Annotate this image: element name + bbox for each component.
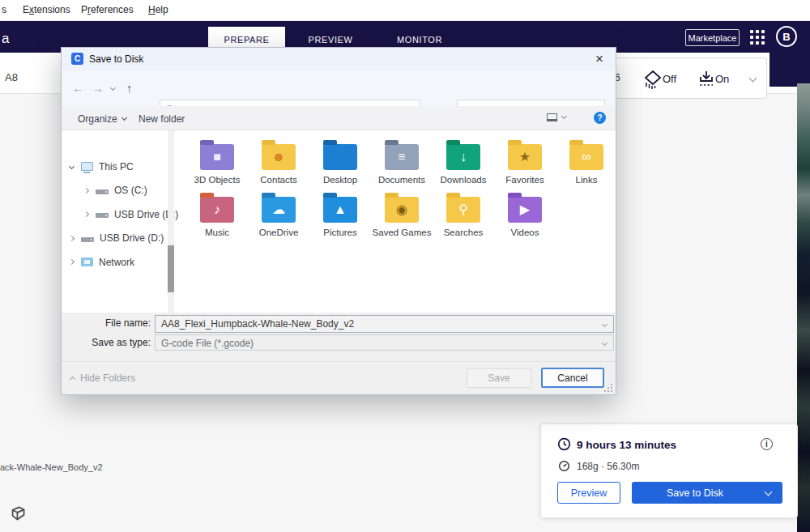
hide-folders-button[interactable]: Hide Folders xyxy=(70,372,135,384)
new-folder-button[interactable]: New folder xyxy=(139,113,185,125)
menu-item-partial[interactable]: s xyxy=(2,4,6,15)
dialog-titlebar[interactable]: C Save to Disk × xyxy=(62,48,616,70)
expander-chevron-icon[interactable] xyxy=(69,164,75,169)
folder-label: 3D Objects xyxy=(194,174,241,185)
tree-item-label: OS (C:) xyxy=(114,185,147,196)
desktop-folder-icon xyxy=(323,144,357,170)
folder-grid-row1: ■3D Objects☻ContactsDesktop≡Documents↓Do… xyxy=(186,140,617,185)
close-icon[interactable]: × xyxy=(590,49,609,69)
tree-item-usb-drive-d[interactable]: USB Drive (D:) xyxy=(62,202,175,227)
tree-item-this-pc[interactable]: This PC xyxy=(62,155,175,179)
support-state-label: Off xyxy=(663,73,676,85)
folder-grid-row2: ♪Music☁OneDrive▲Pictures◉Saved Games⚲Sea… xyxy=(186,193,617,238)
info-icon[interactable]: i xyxy=(761,438,773,450)
adhesion-state-label: On xyxy=(715,73,729,85)
material-usage-label: 168g · 56.30m xyxy=(577,461,639,472)
resize-grip[interactable] xyxy=(611,384,612,385)
folder-searches[interactable]: ⚲Searches xyxy=(433,193,494,238)
view-mode-button[interactable] xyxy=(547,113,566,121)
music-folder-icon: ♪ xyxy=(200,197,234,223)
expander-chevron-icon[interactable] xyxy=(83,211,89,217)
save-button[interactable]: Save xyxy=(467,368,531,388)
object-list-cube-icon[interactable] xyxy=(6,502,29,525)
folder-glyph-icon xyxy=(323,144,357,170)
account-avatar[interactable]: B xyxy=(776,26,797,47)
drive-icon xyxy=(96,189,109,194)
folder-glyph-icon: ◉ xyxy=(385,197,419,223)
folder-desktop[interactable]: Desktop xyxy=(309,140,371,185)
folder-saved-games[interactable]: ◉Saved Games xyxy=(371,193,433,238)
view-mode-icon xyxy=(547,113,557,121)
monitor-icon xyxy=(81,162,93,171)
save-to-disk-dialog: C Save to Disk × ← → ↑ › bob laptop ↻ Se… xyxy=(61,47,616,395)
file-name-label: File name: xyxy=(62,317,151,329)
folder-label: OneDrive xyxy=(259,227,299,238)
marketplace-button[interactable]: Marketplace xyxy=(685,29,740,46)
documents-folder-icon: ≡ xyxy=(385,144,419,170)
apps-grid-icon[interactable] xyxy=(750,30,765,45)
save-type-chevron-icon[interactable] xyxy=(602,340,608,346)
tree-scrollbar-thumb[interactable] xyxy=(168,245,174,292)
folder-contacts[interactable]: ☻Contacts xyxy=(248,140,309,185)
save-to-disk-label: Save to Disk xyxy=(632,482,758,504)
downloads-folder-icon: ↓ xyxy=(446,144,480,170)
save-type-select[interactable]: G-code File (*.gcode) xyxy=(155,334,614,351)
folder-pictures[interactable]: ▲Pictures xyxy=(309,193,371,238)
folder-glyph-icon: ▲ xyxy=(323,197,357,223)
help-icon[interactable]: ? xyxy=(594,112,606,124)
menu-item-help[interactable]: Help xyxy=(148,4,168,15)
cancel-button[interactable]: Cancel xyxy=(541,368,604,388)
folder-label: Contacts xyxy=(260,174,296,185)
tree-item-network[interactable]: Network xyxy=(62,250,175,275)
folder-grid: ■3D Objects☻ContactsDesktop≡Documents↓Do… xyxy=(186,140,617,239)
printer-name-label[interactable]: A8 xyxy=(5,71,18,83)
expander-chevron-icon[interactable] xyxy=(69,259,75,265)
save-options-chevron-icon[interactable] xyxy=(765,488,773,496)
folder-label: Documents xyxy=(378,174,425,185)
folder-documents[interactable]: ≡Documents xyxy=(371,140,433,185)
tree-item-os-c[interactable]: OS (C:) xyxy=(62,179,175,203)
panel-chevron-down-icon[interactable] xyxy=(749,74,757,83)
file-name-input[interactable]: AA8_Flexi_Humpback-Whale-New_Body_v2 xyxy=(155,315,614,333)
videos-folder-icon: ▶ xyxy=(508,197,542,223)
dialog-navigation-row: ← → ↑ › bob laptop ↻ Search bob laptop xyxy=(62,70,616,106)
folder-music[interactable]: ♪Music xyxy=(186,193,248,238)
folder-videos[interactable]: ▶Videos xyxy=(494,193,556,238)
hide-folders-chevron-icon xyxy=(70,377,75,382)
print-settings-summary-panel[interactable]: 6 Off On xyxy=(612,57,767,99)
expander-chevron-icon[interactable] xyxy=(83,188,89,194)
file-name-value: AA8_Flexi_Humpback-Whale-New_Body_v2 xyxy=(161,318,354,330)
searches-folder-icon: ⚲ xyxy=(446,197,480,223)
folder-3d-objects[interactable]: ■3D Objects xyxy=(186,140,248,185)
folder-glyph-icon: ▶ xyxy=(508,197,542,223)
tree-item-usb-drive-d[interactable]: USB Drive (D:) xyxy=(62,227,175,251)
back-arrow-icon[interactable]: ← xyxy=(72,81,84,95)
folder-glyph-icon: ■ xyxy=(200,144,234,170)
pictures-folder-icon: ▲ xyxy=(323,197,357,223)
up-arrow-icon[interactable]: ↑ xyxy=(126,81,133,95)
dialog-content-area: This PCOS (C:)USB Drive (D:)USB Drive (D… xyxy=(62,130,616,313)
organize-button[interactable]: Organize xyxy=(78,113,126,125)
slice-info-card: 9 hours 13 minutes i 168g · 56.30m Previ… xyxy=(540,423,798,518)
menu-item-preferences[interactable]: Preferences xyxy=(81,4,134,15)
model-edge-render[interactable] xyxy=(797,83,810,532)
folder-downloads[interactable]: ↓Downloads xyxy=(433,140,494,185)
header-extension-block xyxy=(770,53,810,87)
folder-glyph-icon: ☻ xyxy=(262,144,296,170)
saved-games-folder-icon: ◉ xyxy=(385,197,419,223)
preview-button[interactable]: Preview xyxy=(557,482,620,504)
file-name-chevron-icon[interactable] xyxy=(602,321,608,327)
folder-label: Videos xyxy=(511,227,539,238)
save-to-disk-button[interactable]: Save to Disk xyxy=(632,482,782,504)
folder-favorites[interactable]: ★Favorites xyxy=(494,140,556,185)
cura-application-window: s Extensions Preferences Help a PREPARE … xyxy=(0,0,810,532)
expander-chevron-icon[interactable] xyxy=(69,236,75,241)
folder-label: Favorites xyxy=(505,174,544,185)
folder-links[interactable]: ∞Links xyxy=(556,140,617,185)
dialog-title: Save to Disk xyxy=(89,53,143,65)
forward-arrow-icon[interactable]: → xyxy=(92,81,104,95)
recent-locations-chevron-icon[interactable] xyxy=(110,85,116,91)
folder-onedrive[interactable]: ☁OneDrive xyxy=(248,193,309,238)
menu-item-extensions[interactable]: Extensions xyxy=(23,4,70,15)
folder-glyph-icon: ♪ xyxy=(200,197,234,223)
